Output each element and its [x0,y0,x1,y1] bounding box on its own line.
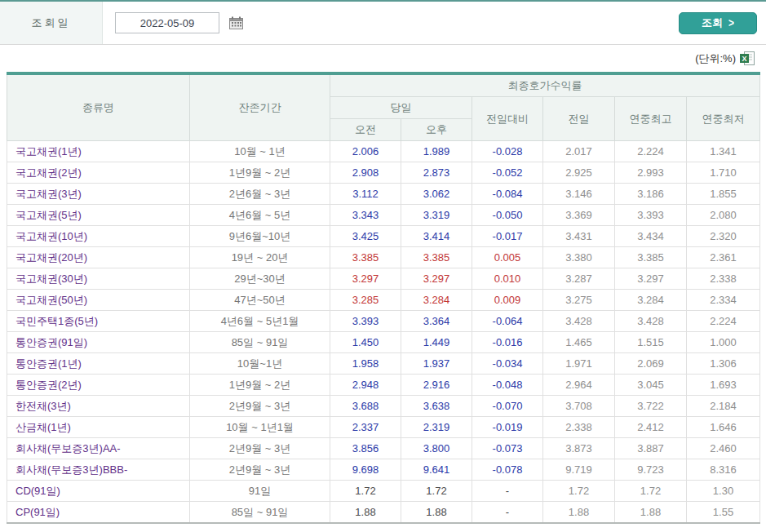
cell-change: 0.005 [472,247,543,268]
table-row: 국고채권(3년)2년6월 ~ 3년3.1123.062-0.0843.1463.… [7,184,760,205]
cell-change: - [472,502,543,524]
cell-high: 2.412 [615,417,687,438]
cell-period: 2년6월 ~ 3년 [190,184,330,205]
table-row: 한전채(3년)2년9월 ~ 3년3.6883.638-0.0703.7083.7… [7,396,760,417]
cell-name: 국민주택1종(5년) [7,311,190,332]
header-pm: 오후 [401,119,472,141]
cell-pm: 2.319 [401,417,472,438]
cell-low: 2.334 [687,290,760,311]
chevron-right-icon: > [728,16,734,29]
cell-low: 1.341 [687,141,760,162]
cell-am: 3.297 [330,268,401,290]
cell-name: 국고채권(3년) [7,184,190,205]
table-row: 국고채권(30년)29년~30년3.2973.2970.0103.2873.29… [7,268,760,290]
cell-prev: 1.72 [543,481,615,502]
cell-am: 1.88 [330,502,401,524]
cell-am: 3.856 [330,438,401,459]
header-period: 잔존기간 [190,73,330,141]
cell-pm: 3.414 [401,226,472,247]
cell-name: 통안증권(2년) [7,375,190,396]
table-row: 회사채(무보증3년)BBB-2년9월 ~ 3년9.6989.641-0.0789… [7,459,760,481]
cell-high: 3.045 [615,375,687,396]
header-today: 당일 [330,97,472,119]
cell-prev: 3.146 [543,184,615,205]
cell-pm: 9.641 [401,459,472,481]
table-row: 국고채권(50년)47년~50년3.2853.2840.0093.2753.28… [7,290,760,311]
cell-name: 국고채권(2년) [7,162,190,184]
svg-text:X: X [742,55,746,63]
cell-pm: 1.989 [401,141,472,162]
cell-pm: 3.297 [401,268,472,290]
cell-name: CP(91일) [7,502,190,524]
cell-period: 19년 ~ 20년 [190,247,330,268]
cell-change: 0.009 [472,290,543,311]
cell-high: 3.434 [615,226,687,247]
date-input[interactable] [115,12,219,33]
cell-change: -0.050 [472,205,543,226]
table-row: 국고채권(5년)4년6월 ~ 5년3.3433.319-0.0503.3693.… [7,205,760,226]
cell-prev: 3.369 [543,205,615,226]
cell-name: 국고채권(5년) [7,205,190,226]
unit-row: (단위:%) X [0,45,766,72]
cell-period: 91일 [190,481,330,502]
cell-pm: 2.873 [401,162,472,184]
header-name: 종류명 [7,73,190,141]
cell-change: -0.028 [472,141,543,162]
excel-icon: X [740,55,755,68]
cell-change: -0.084 [472,184,543,205]
cell-low: 2.320 [687,226,760,247]
table-row: 국민주택1종(5년)4년6월 ~ 5년1월3.3933.364-0.0643.4… [7,311,760,332]
cell-prev: 2.017 [543,141,615,162]
cell-period: 85일 ~ 91일 [190,502,330,524]
cell-low: 1.710 [687,162,760,184]
excel-download-button[interactable]: X [740,51,755,65]
calendar-button[interactable] [229,16,243,29]
cell-name: 산금채(1년) [7,417,190,438]
header-group-final-yield: 최종호가수익률 [330,73,760,97]
cell-high: 3.284 [615,290,687,311]
header-change: 전일대비 [472,97,543,141]
cell-prev: 3.873 [543,438,615,459]
table-row: 통안증권(1년)10월~1년1.9581.937-0.0341.9712.069… [7,353,760,375]
cell-high: 3.887 [615,438,687,459]
cell-low: 2.080 [687,205,760,226]
cell-period: 29년~30년 [190,268,330,290]
cell-name: 국고채권(30년) [7,268,190,290]
cell-high: 3.393 [615,205,687,226]
date-label: 조회일 [0,2,103,44]
cell-low: 8.316 [687,459,760,481]
header-prev: 전일 [543,97,615,141]
cell-am: 1.958 [330,353,401,375]
unit-note: (단위:%) [695,51,736,66]
yield-table-wrap: 종류명 잔존기간 최종호가수익률 당일 전일대비 전일 연중최고 연중최저 오전… [7,72,759,524]
header-year-low: 연중최저 [687,97,760,141]
cell-change: - [472,481,543,502]
cell-change: -0.078 [472,459,543,481]
cell-period: 4년6월 ~ 5년1월 [190,311,330,332]
cell-low: 2.338 [687,268,760,290]
cell-prev: 3.708 [543,396,615,417]
cell-high: 2.993 [615,162,687,184]
cell-low: 2.184 [687,396,760,417]
cell-change: -0.064 [472,311,543,332]
cell-name: 회사채(무보증3년)BBB- [7,459,190,481]
cell-period: 2년9월 ~ 3년 [190,396,330,417]
search-bar: 조회일 조회 > [0,0,766,45]
cell-prev: 2.964 [543,375,615,396]
cell-am: 3.688 [330,396,401,417]
cell-low: 2.361 [687,247,760,268]
cell-am: 1.72 [330,481,401,502]
cell-am: 2.908 [330,162,401,184]
cell-low: 1.30 [687,481,760,502]
cell-name: 국고채권(20년) [7,247,190,268]
cell-prev: 3.380 [543,247,615,268]
header-year-high: 연중최고 [615,97,687,141]
table-row: 회사채(무보증3년)AA-2년9월 ~ 3년3.8563.800-0.0733.… [7,438,760,459]
cell-change: -0.073 [472,438,543,459]
search-button[interactable]: 조회 > [679,12,757,34]
cell-pm: 3.638 [401,396,472,417]
cell-period: 1년9월 ~ 2년 [190,375,330,396]
cell-pm: 3.319 [401,205,472,226]
cell-am: 2.337 [330,417,401,438]
table-row: 국고채권(20년)19년 ~ 20년3.3853.3850.0053.3803.… [7,247,760,268]
